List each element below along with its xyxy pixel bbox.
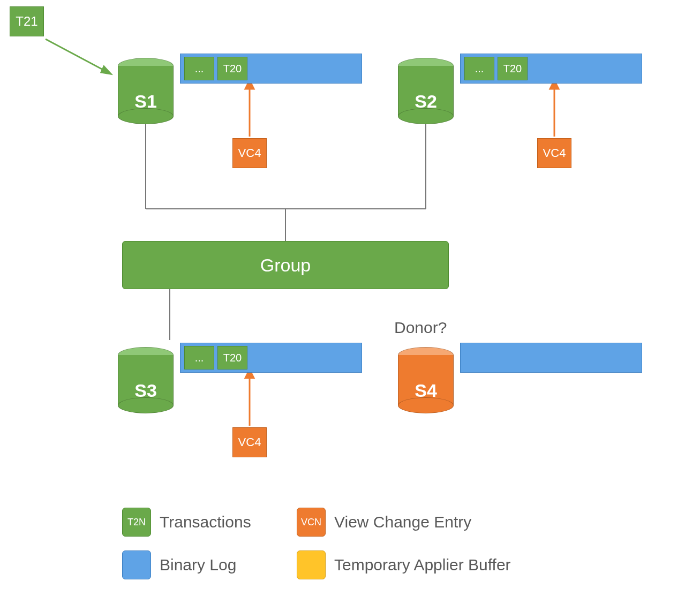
server-s3-log-entry-0: ... (184, 346, 214, 369)
server-s1-log-entry-1: T20 (217, 57, 247, 80)
connector-lines (0, 0, 700, 596)
server-s3-view-change: VC4 (232, 427, 267, 457)
legend-applierbuf-swatch (297, 550, 326, 579)
legend-viewchange-label: View Change Entry (334, 513, 471, 531)
legend-binarylog-label: Binary Log (160, 556, 236, 574)
server-s1-view-change: VC4 (232, 138, 267, 168)
server-s2-log-entry-1: T20 (498, 57, 528, 80)
server-s3-log-entry-1: T20 (217, 346, 247, 369)
svg-line-5 (46, 39, 111, 74)
legend-binarylog-swatch (122, 550, 151, 579)
server-s4-question: Donor? (394, 319, 447, 337)
diagram-stage: T21 S1 ... T20 VC4 S2 ... T20 VC4 Group … (0, 0, 700, 596)
server-s2-cylinder: S2 (398, 58, 454, 124)
server-s1-cylinder: S1 (118, 58, 174, 124)
server-s3-label: S3 (118, 380, 174, 401)
server-s1-log-entry-0: ... (184, 57, 214, 80)
legend-viewchange-swatch: VCN (297, 508, 326, 537)
legend-applierbuf-label: Temporary Applier Buffer (334, 556, 511, 574)
group-box: Group (122, 241, 449, 289)
server-s2-log-entry-0: ... (464, 57, 494, 80)
server-s4-binary-log (460, 343, 642, 373)
server-s4-label: S4 (398, 380, 454, 401)
incoming-transaction: T21 (10, 6, 44, 36)
legend-transactions-label: Transactions (160, 513, 251, 531)
svg-marker-6 (101, 66, 111, 74)
server-s2-view-change: VC4 (537, 138, 571, 168)
server-s1-label: S1 (118, 91, 174, 112)
server-s3-cylinder: S3 (118, 347, 174, 413)
server-s2-label: S2 (398, 91, 454, 112)
legend-transactions-swatch: T2N (122, 508, 151, 537)
server-s4-cylinder: S4 (398, 347, 454, 413)
